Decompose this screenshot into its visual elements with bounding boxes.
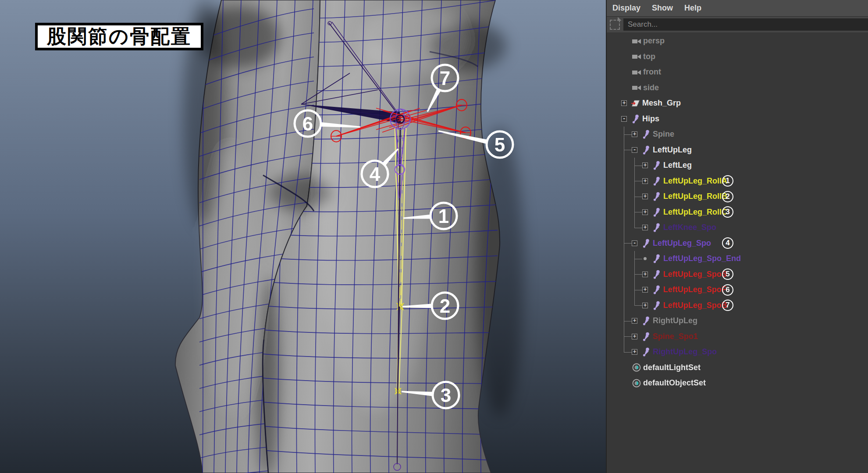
outliner-item-label[interactable]: LeftUpLeg_SpoB [663,301,727,310]
outliner-row[interactable]: +Spine_Spo1 [607,329,868,345]
expand-icon[interactable]: + [632,131,637,137]
joint-icon [641,238,651,248]
outliner-item-label[interactable]: Hips [642,114,659,124]
outliner-row[interactable]: -Hips [607,111,868,127]
expand-icon[interactable]: + [621,100,627,106]
expand-icon[interactable]: + [642,287,648,293]
leaf-dot [644,257,647,260]
outliner-item-label[interactable]: LeftUpLeg_Spo [653,239,711,248]
outliner-item-label[interactable]: LeftUpLeg_RollB [663,192,727,201]
outliner-item-label[interactable]: front [643,67,661,77]
collapse-icon[interactable]: - [632,240,637,246]
outliner-item-label[interactable]: LeftUpLeg_RollA [663,176,727,186]
outliner-item-label[interactable]: Spine_Spo1 [653,332,698,341]
outliner-item-label[interactable]: LeftUpLeg_Spo_End [663,254,741,263]
outliner-item-label[interactable]: LeftKnee_Spo [663,223,716,232]
expand-icon[interactable]: + [642,303,648,308]
collapse-icon[interactable]: - [621,116,627,122]
outliner-row[interactable]: persp [607,33,868,49]
tree-guide [621,64,632,80]
outliner-row[interactable]: +LeftLeg [607,158,868,173]
outliner-item-label[interactable]: LeftUpLeg_RollC [663,208,727,217]
annotation-number: 7 [440,67,450,89]
collapse-icon[interactable]: - [632,147,637,153]
expand-icon[interactable]: + [642,162,648,168]
joint-icon [652,207,662,217]
row-number-badge: 5 [722,268,733,280]
expand-icon[interactable]: + [642,194,648,199]
outliner-row[interactable]: -LeftUpLeg_Spo4 [607,236,868,251]
row-number-badge: 1 [722,175,733,187]
body-mesh[interactable] [175,0,524,473]
outliner-item-label[interactable]: side [643,83,659,92]
camera-icon [632,83,641,92]
outliner-row[interactable]: +LeftKnee_Spo [607,220,868,236]
outliner-item-label[interactable]: LeftUpLeg [653,145,692,155]
outliner-row[interactable]: +LeftUpLeg_SpoF6 [607,282,868,298]
outliner-row[interactable]: side [607,80,868,96]
outliner-item-label[interactable]: Mesh_Grp [642,99,681,108]
camera-icon [632,67,641,77]
tree-guide [621,142,632,158]
joint-icon [652,285,662,295]
viewport-3d[interactable]: 1234567 股関節の骨配置 [0,0,606,473]
camera-icon [632,36,641,46]
tree-guide [621,375,632,391]
outliner-row[interactable]: +LeftUpLeg_RollA1 [607,173,868,189]
expand-icon[interactable]: + [642,225,648,230]
outliner-item-label[interactable]: defaultObjectSet [643,378,706,388]
outliner-row[interactable]: -LeftUpLeg [607,142,868,158]
outliner-item-label[interactable]: Spine [653,130,674,139]
menu-help[interactable]: Help [684,4,701,13]
expand-icon[interactable]: + [632,334,637,339]
outliner-row[interactable]: +LeftUpLeg_SpoS5 [607,267,868,282]
outliner-row[interactable]: front [607,64,868,80]
outliner-item-label[interactable]: LeftLeg [663,161,692,170]
outliner-row[interactable]: top [607,49,868,65]
annotation-number: 1 [438,205,449,227]
tree-guide [621,80,632,96]
expand-icon[interactable]: + [632,349,637,355]
menu-display[interactable]: Display [612,4,640,13]
outliner-row[interactable]: +Mesh_Grp [607,95,868,111]
tree-guide [621,127,632,142]
outliner-row[interactable]: +RightUpLeg_Spo [607,344,868,360]
tree-guide [621,220,632,236]
menu-show[interactable]: Show [652,4,673,13]
outliner-row[interactable]: +LeftUpLeg_RollB2 [607,189,868,205]
outliner-item-label[interactable]: defaultLightSet [643,363,701,372]
outliner-row[interactable]: +LeftUpLeg_SpoB7 [607,298,868,314]
outliner-row[interactable]: LeftUpLeg_Spo_End [607,251,868,267]
joint-icon [652,300,662,310]
row-number-badge: 3 [722,206,733,218]
outliner-item-label[interactable]: persp [643,36,665,46]
joint-icon [641,145,651,155]
row-number-badge: 6 [722,284,733,296]
outliner-item-label[interactable]: RightUpLeg_Spo [653,347,717,357]
expand-icon[interactable]: + [642,209,648,215]
tree-guide [632,158,642,173]
outliner-row[interactable]: defaultObjectSet [607,375,868,391]
tree-guide [621,189,632,205]
expand-icon[interactable]: + [632,318,637,324]
annotation-number: 2 [440,295,450,317]
search-input[interactable] [623,18,868,31]
joint-icon [652,176,662,186]
outliner-item-label[interactable]: LeftUpLeg_SpoF [663,285,726,294]
outliner-item-label[interactable]: LeftUpLeg_SpoS [663,270,727,279]
expand-icon[interactable]: + [642,178,648,184]
outliner-row[interactable]: +LeftUpLeg_RollC3 [607,205,868,220]
camera-icon [632,52,641,61]
tree-guide [621,282,632,298]
outliner-row[interactable]: +Spine [607,127,868,142]
outliner-panel: Display Show Help persptopfrontside+Mesh… [606,0,868,473]
outliner-row[interactable]: +RightUpLeg [607,313,868,329]
tree-guide [621,33,632,49]
outliner-item-label[interactable]: RightUpLeg [653,316,697,325]
tree-guide [632,298,642,314]
tree-guide [621,173,632,189]
outliner-row[interactable]: defaultLightSet [607,360,868,376]
outliner-item-label[interactable]: top [643,52,655,61]
filter-icon[interactable] [610,20,620,30]
expand-icon[interactable]: + [642,272,648,277]
